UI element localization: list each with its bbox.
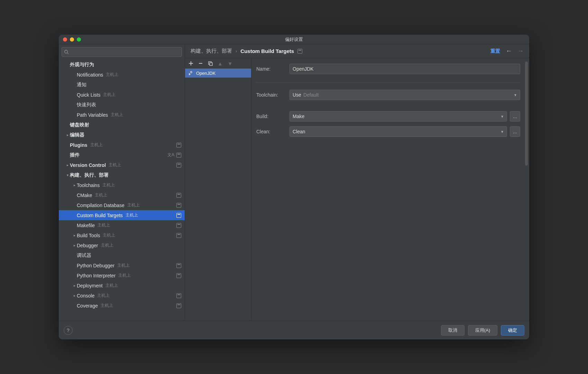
form-scrollbar[interactable] [525, 62, 528, 166]
ok-button[interactable]: 确定 [501, 325, 524, 336]
project-scope-icon [176, 153, 181, 158]
clean-browse-button[interactable]: … [510, 126, 520, 137]
sidebar-item[interactable]: ▸Toolchains主机上 [59, 180, 185, 190]
window-title: 偏好设置 [59, 36, 529, 43]
sidebar-item-label: Compilation Database [77, 203, 125, 208]
sidebar-item[interactable]: Custom Build Targets主机上 [59, 210, 185, 220]
search-field[interactable] [62, 47, 182, 57]
sidebar-item-hint: 主机上 [102, 182, 115, 188]
chevron-right-icon[interactable]: ▸ [72, 233, 77, 237]
sidebar-item[interactable]: ▸编辑器 [59, 130, 185, 140]
sidebar-item[interactable]: Quick Lists主机上 [59, 90, 185, 100]
move-down-button: ▼ [228, 61, 233, 66]
sidebar-item[interactable]: ▸Deployment主机上 [59, 280, 185, 291]
chevron-down-icon[interactable]: ▾ [65, 173, 70, 177]
move-up-button: ▲ [218, 61, 223, 66]
sidebar-item[interactable]: Path Variables主机上 [59, 110, 185, 120]
sidebar-item[interactable]: 键盘映射 [59, 120, 185, 130]
sidebar-item-label: Toolchains [77, 182, 100, 188]
sidebar-item[interactable]: Makefile主机上 [59, 220, 185, 230]
sidebar-item-label: Python Interpreter [77, 273, 116, 278]
sidebar-item[interactable]: CMake主机上 [59, 190, 185, 200]
search-input[interactable] [71, 49, 180, 55]
project-scope-icon [176, 293, 181, 298]
sidebar-item-label: 通知 [77, 82, 86, 88]
sidebar-item-label: Python Debugger [77, 263, 114, 268]
dialog-footer: ? 取消 应用(A) 确定 [59, 321, 529, 339]
chevron-right-icon[interactable]: ▸ [72, 284, 77, 287]
breadcrumb-bar: 构建、执行、部署 › Custom Build Targets 重置 ← → [185, 44, 529, 58]
sidebar-item[interactable]: Python Debugger主机上 [59, 260, 185, 270]
project-scope-icon [176, 303, 181, 308]
sidebar-item-label: 调试器 [77, 252, 91, 259]
sidebar-item[interactable]: ▸Build Tools主机上 [59, 230, 185, 240]
sidebar-item[interactable]: Coverage主机上 [59, 301, 185, 311]
sidebar-item-label: Version Control [70, 162, 106, 168]
targets-list-pane: ▲ ▼ OpenJDK [185, 58, 251, 321]
sidebar-item[interactable]: 插件文A [59, 150, 185, 160]
sidebar-item[interactable]: ▾构建、执行、部署 [59, 170, 185, 180]
cancel-button[interactable]: 取消 [441, 325, 465, 336]
close-window-button[interactable] [63, 37, 67, 42]
sidebar-item[interactable]: ▸Debugger主机上 [59, 240, 185, 250]
sidebar-item-hint: 主机上 [101, 303, 113, 309]
breadcrumb-current: Custom Build Targets [240, 48, 294, 54]
target-name: OpenJDK [196, 71, 215, 76]
name-label: Name: [256, 66, 290, 72]
sidebar-item-label: Build Tools [77, 233, 100, 238]
sidebar-item-hint: 主机上 [98, 222, 110, 228]
chevron-right-icon[interactable]: ▸ [72, 294, 77, 297]
sidebar-item[interactable]: 调试器 [59, 250, 185, 260]
build-browse-button[interactable]: … [510, 111, 520, 122]
main-panel: 构建、执行、部署 › Custom Build Targets 重置 ← → [185, 44, 529, 321]
sidebar-item-hint: 主机上 [103, 92, 116, 98]
sidebar-item[interactable]: Plugins主机上 [59, 140, 185, 150]
content-area: ▲ ▼ OpenJDK Name: OpenJDK Toolchain: Use… [185, 58, 529, 321]
help-button[interactable]: ? [64, 326, 73, 335]
toolchain-select[interactable]: UseDefault ▼ [290, 90, 520, 100]
sidebar-item-hint: 主机上 [103, 232, 115, 238]
sidebar-item[interactable]: 通知 [59, 80, 185, 90]
copy-target-button[interactable] [208, 61, 213, 66]
clean-select[interactable]: Clean ▼ [290, 126, 507, 137]
breadcrumb-parent[interactable]: 构建、执行、部署 [191, 48, 232, 54]
build-select[interactable]: Make ▼ [290, 111, 507, 122]
reset-link[interactable]: 重置 [490, 48, 500, 54]
project-scope-icon [176, 223, 181, 228]
chevron-right-icon[interactable]: ▸ [65, 163, 70, 167]
sidebar-item[interactable]: ▸Console主机上 [59, 291, 185, 301]
chevron-right-icon[interactable]: ▸ [72, 183, 77, 187]
target-list-item[interactable]: OpenJDK [185, 69, 251, 78]
chevron-right-icon[interactable]: ▸ [65, 133, 70, 137]
add-target-button[interactable] [189, 61, 193, 66]
sidebar-item[interactable]: ▸Version Control主机上 [59, 160, 185, 170]
sidebar-item[interactable]: Python Interpreter主机上 [59, 270, 185, 280]
sidebar-item[interactable]: 快速列表 [59, 100, 185, 110]
minimize-window-button[interactable] [70, 37, 74, 42]
settings-tree[interactable]: 外观与行为Notifications主机上通知Quick Lists主机上快速列… [59, 60, 185, 321]
sidebar-item-label: 外观与行为 [70, 62, 94, 68]
nav-back-button[interactable]: ← [506, 47, 512, 55]
toolchain-label: Toolchain: [256, 92, 290, 98]
sidebar-item[interactable]: 外观与行为 [59, 60, 185, 70]
zoom-window-button[interactable] [77, 37, 81, 42]
targets-list[interactable]: OpenJDK [185, 69, 251, 321]
name-input[interactable]: OpenJDK [290, 64, 520, 74]
remove-target-button[interactable] [198, 61, 203, 66]
project-scope-icon [176, 263, 181, 268]
sidebar-item[interactable]: Notifications主机上 [59, 70, 185, 80]
sidebar-item[interactable]: Compilation Database主机上 [59, 200, 185, 210]
nav-forward-button: → [517, 47, 524, 55]
sidebar-item-label: CMake [77, 193, 92, 198]
build-label: Build: [256, 114, 290, 119]
sidebar-item-label: Plugins [70, 142, 88, 148]
svg-rect-3 [210, 63, 212, 65]
apply-button[interactable]: 应用(A) [468, 325, 497, 336]
sidebar-item-hint: 主机上 [101, 242, 113, 248]
sidebar-item-label: Console [77, 293, 94, 299]
sidebar-item-label: 插件 [70, 152, 80, 158]
chevron-right-icon[interactable]: ▸ [72, 243, 77, 247]
project-scope-icon [176, 163, 181, 168]
sidebar-item-label: Deployment [77, 283, 103, 288]
project-scope-icon [176, 273, 181, 278]
